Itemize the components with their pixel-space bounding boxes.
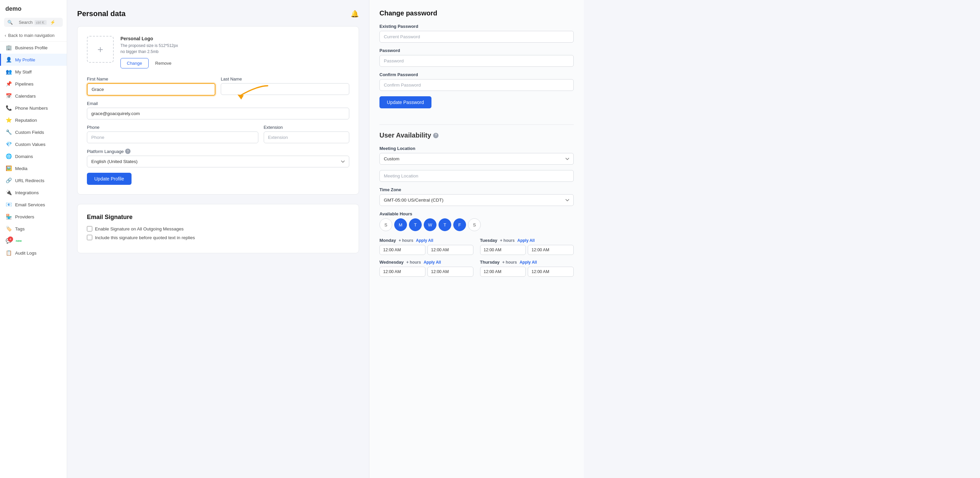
sidebar-item-custom-fields[interactable]: 🔧Custom Fields [0, 126, 67, 138]
sidebar-item-tags[interactable]: 🏷️Tags [0, 223, 67, 235]
sidebar-item-domains[interactable]: 🌐Domains [0, 150, 67, 162]
availability-header: User Availability ? [379, 132, 574, 139]
day-btn-mon[interactable]: M [394, 218, 407, 231]
monday-apply-all[interactable]: Apply All [416, 238, 433, 243]
tuesday-start[interactable]: 12:00 AM [480, 245, 526, 255]
center-column: Personal data 🔔 ＋ Personal Logo The prop… [67, 0, 369, 478]
email-input[interactable] [87, 108, 349, 119]
signature-checkbox-2[interactable] [87, 235, 92, 240]
back-label: Back to main navigation [8, 33, 54, 38]
sidebar-item-providers[interactable]: 🏪Providers [0, 211, 67, 223]
change-logo-button[interactable]: Change [121, 58, 149, 68]
meeting-location-select[interactable]: Custom [379, 153, 574, 165]
thursday-apply-all[interactable]: Apply All [520, 260, 537, 265]
nav-label-phone-numbers: Phone Numbers [15, 106, 48, 111]
signature-checkbox-2-label: Include this signature before quoted tex… [95, 235, 195, 240]
thursday-hours: Thursday + hours Apply All 12:00 AM 12:0… [480, 260, 574, 277]
first-name-input[interactable] [87, 83, 215, 95]
nav-label-integrations: Integrations [15, 190, 39, 195]
nav-label-media: Media [15, 166, 27, 171]
confirm-password-label: Confirm Password [379, 72, 574, 77]
day-btn-fri[interactable]: F [453, 218, 466, 231]
confirm-password-input[interactable] [379, 79, 574, 91]
tuesday-hours: Tuesday + hours Apply All 12:00 AM 12:00… [480, 238, 574, 255]
remove-logo-button[interactable]: Remove [152, 58, 175, 68]
timezone-select[interactable]: GMT-05:00 US/Central (CDT) [379, 194, 574, 206]
last-name-label: Last Name [221, 76, 349, 81]
page-title-text: Personal data [77, 10, 126, 18]
sidebar-item-my-staff[interactable]: 👥My Staff [0, 66, 67, 78]
thursday-start[interactable]: 12:00 AM [480, 267, 526, 277]
email-group: Email [87, 101, 349, 119]
signature-checkbox-2-row[interactable]: Include this signature before quoted tex… [87, 235, 349, 240]
phone-input[interactable] [87, 132, 258, 143]
wednesday-end[interactable]: 12:00 AM [428, 267, 473, 277]
help-icon: ? [125, 149, 130, 154]
hours-wednesday-thursday: Wednesday + hours Apply All 12:00 AM 12:… [379, 260, 574, 277]
sidebar-item-phone-numbers[interactable]: 📞Phone Numbers [0, 102, 67, 114]
right-column: Change password Existing Password Passwo… [369, 0, 584, 478]
tuesday-apply-all[interactable]: Apply All [517, 238, 535, 243]
meeting-location-input[interactable] [379, 170, 574, 182]
last-name-input[interactable] [221, 83, 349, 95]
sidebar-item-my-profile[interactable]: 👤My Profile [0, 54, 67, 66]
nav-label-my-staff: My Staff [15, 70, 32, 75]
existing-password-input[interactable] [379, 31, 574, 43]
sidebar-item-integrations[interactable]: 🔌Integrations [0, 186, 67, 199]
search-bar[interactable]: 🔍 Search ctrl K ⚡ [4, 18, 63, 27]
signature-checkbox-1[interactable] [87, 226, 92, 232]
wednesday-apply-all[interactable]: Apply All [424, 260, 441, 265]
day-buttons: SMTWTFS [379, 218, 574, 231]
sidebar-nav: 🏢Business Profile👤My Profile👥My Staff📌Pi… [0, 41, 67, 478]
sidebar-item-chat[interactable]: 💬 4 new [0, 235, 67, 247]
nav-icon-integrations: 🔌 [6, 189, 12, 195]
sidebar-item-url-redirects[interactable]: 🔗URL Redirects [0, 175, 67, 186]
update-password-button[interactable]: Update Password [379, 96, 431, 108]
nav-icon-business-profile: 🏢 [6, 44, 12, 51]
notification-icon[interactable]: 🔔 [351, 10, 359, 18]
nav-label-providers: Providers [15, 214, 34, 219]
monday-start[interactable]: 12:00 AM [379, 245, 425, 255]
sidebar-item-audit-logs[interactable]: 📋Audit Logs [0, 247, 67, 259]
password-input[interactable] [379, 55, 574, 67]
phone-group: Phone [87, 125, 258, 143]
nav-icon-my-staff: 👥 [6, 69, 12, 75]
day-btn-wed[interactable]: W [424, 218, 436, 231]
day-btn-sat[interactable]: S [468, 218, 481, 231]
sidebar-item-pipelines[interactable]: 📌Pipelines [0, 78, 67, 90]
day-btn-thu[interactable]: T [439, 218, 451, 231]
logo-desc1: The proposed size is 512*512px [121, 43, 178, 49]
sidebar-item-reputation[interactable]: ⭐Reputation [0, 114, 67, 126]
monday-end[interactable]: 12:00 AM [428, 245, 473, 255]
back-to-main-nav[interactable]: ‹ Back to main navigation [0, 30, 67, 41]
nav-icon-reputation: ⭐ [6, 117, 12, 123]
wednesday-start[interactable]: 12:00 AM [379, 267, 425, 277]
availability-help-icon: ? [433, 133, 439, 138]
thursday-end[interactable]: 12:00 AM [528, 267, 574, 277]
signature-checkbox-1-row[interactable]: Enable Signature on All Outgoing Message… [87, 226, 349, 232]
phone-label: Phone [87, 125, 258, 130]
sidebar-item-calendars[interactable]: 📅Calendars [0, 90, 67, 102]
sidebar-item-business-profile[interactable]: 🏢Business Profile [0, 41, 67, 54]
sidebar-item-media[interactable]: 🖼️Media [0, 162, 67, 175]
chevron-left-icon: ‹ [5, 33, 6, 38]
sidebar-item-email-services[interactable]: 📧Email Services [0, 199, 67, 211]
tuesday-label: Tuesday + hours Apply All [480, 238, 574, 243]
language-select[interactable]: English (United States) [87, 156, 349, 167]
nav-label-tags: Tags [15, 226, 25, 232]
day-btn-tue[interactable]: T [409, 218, 422, 231]
last-name-group: Last Name [221, 76, 349, 95]
nav-label-audit-logs: Audit Logs [15, 251, 37, 256]
tuesday-end[interactable]: 12:00 AM [528, 245, 574, 255]
chat-icon: 💬 4 [6, 238, 12, 244]
logo-upload-area[interactable]: ＋ [87, 36, 114, 63]
sidebar-item-custom-values[interactable]: 💎Custom Values [0, 138, 67, 150]
nav-icon-domains: 🌐 [6, 153, 12, 159]
language-row: Platform Language ? English (United Stat… [87, 149, 349, 167]
day-btn-sun[interactable]: S [379, 218, 392, 231]
update-profile-button[interactable]: Update Profile [87, 173, 132, 185]
nav-label-reputation: Reputation [15, 118, 37, 123]
extension-input[interactable] [264, 132, 349, 143]
email-signature-title: Email Signature [87, 214, 349, 221]
nav-icon-custom-fields: 🔧 [6, 129, 12, 135]
